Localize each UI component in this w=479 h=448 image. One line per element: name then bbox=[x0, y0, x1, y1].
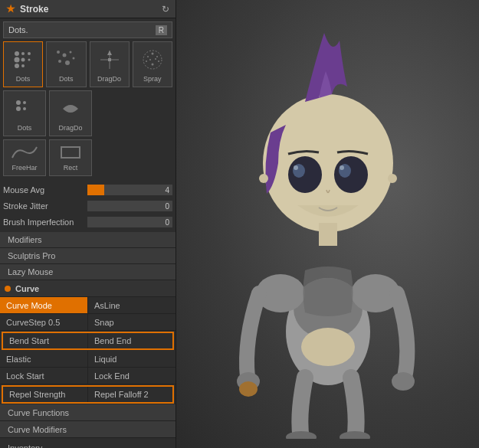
brush-item-dots[interactable]: Dots bbox=[3, 41, 43, 87]
svg-rect-28 bbox=[61, 147, 80, 158]
svg-point-37 bbox=[340, 165, 344, 170]
modifiers-btn[interactable]: Modifiers bbox=[0, 232, 176, 248]
curve-functions-btn[interactable]: Curve Functions bbox=[0, 404, 176, 421]
dots-b-preview bbox=[11, 95, 38, 123]
bend-start-btn[interactable]: Bend Start bbox=[3, 333, 88, 348]
curve-section: Curve Curve Mode AsLine CurveStep 0.5 Sn… bbox=[0, 280, 176, 438]
mouse-avg-fill bbox=[87, 185, 104, 195]
svg-point-10 bbox=[70, 51, 72, 54]
brush-row-1: Dots Dots bbox=[3, 41, 172, 87]
svg-point-17 bbox=[151, 53, 153, 55]
curve-row-mode: Curve Mode AsLine bbox=[0, 297, 176, 314]
brush-item-spray[interactable]: Spray bbox=[133, 41, 172, 87]
brush-row-3: FreeHar Rect bbox=[3, 139, 172, 176]
brush-name-dots-b: Dots bbox=[18, 124, 32, 132]
repel-falloff-btn[interactable]: Repel Falloff 2 bbox=[88, 387, 172, 402]
lazy-mouse-btn[interactable]: Lazy Mouse bbox=[0, 264, 176, 280]
sliders-section: Mouse Avg 4 Stroke Jitter 0 Brush Imperf… bbox=[0, 181, 176, 232]
brush-item-dots2[interactable]: Dots bbox=[46, 41, 86, 87]
svg-point-3 bbox=[15, 57, 20, 63]
slider-row-brush-imperfection: Brush Imperfection 0 bbox=[3, 214, 172, 230]
dots-label: Dots. bbox=[8, 25, 28, 34]
slider-row-stroke-jitter: Stroke Jitter 0 bbox=[3, 198, 172, 214]
mouse-avg-track[interactable]: 4 bbox=[87, 185, 172, 195]
svg-point-36 bbox=[294, 165, 298, 170]
curve-label: Curve bbox=[15, 284, 39, 293]
curve-dot bbox=[5, 286, 11, 292]
svg-point-8 bbox=[57, 51, 60, 54]
svg-point-16 bbox=[147, 56, 149, 57]
svg-rect-38 bbox=[319, 223, 337, 246]
svg-point-46 bbox=[301, 328, 355, 366]
svg-point-44 bbox=[286, 431, 317, 439]
brush-name-dots2: Dots bbox=[59, 75, 74, 83]
stroke-jitter-value: 0 bbox=[165, 202, 169, 211]
liquid-btn[interactable]: Liquid bbox=[88, 351, 176, 367]
brush-item-dots-b[interactable]: Dots bbox=[3, 90, 46, 136]
sculptris-pro-btn[interactable]: Sculptris Pro bbox=[0, 248, 176, 264]
bend-end-btn[interactable]: Bend End bbox=[88, 333, 172, 348]
svg-point-33 bbox=[334, 156, 368, 193]
panel-title: Stroke bbox=[20, 4, 157, 15]
svg-rect-14 bbox=[108, 58, 111, 61]
svg-point-43 bbox=[239, 381, 258, 397]
curvestep-btn[interactable]: CurveStep 0.5 bbox=[0, 314, 88, 330]
brush-name-spray: Spray bbox=[143, 75, 162, 83]
brush-item-freehar[interactable]: FreeHar bbox=[3, 139, 46, 176]
stroke-jitter-track[interactable]: 0 bbox=[87, 201, 172, 211]
left-panel: ★ Stroke ↻ Dots. R bbox=[0, 0, 176, 448]
svg-point-32 bbox=[288, 156, 322, 193]
elastic-btn[interactable]: Elastic bbox=[0, 351, 88, 367]
lock-start-btn[interactable]: Lock Start bbox=[0, 368, 88, 384]
brush-name-freehar: FreeHar bbox=[11, 164, 37, 172]
current-brush-label[interactable]: Dots. R bbox=[3, 21, 172, 38]
brush-name-dragdo: DragDo bbox=[97, 75, 121, 83]
brush-item-dragdo[interactable]: DragDo bbox=[90, 41, 130, 87]
character-area bbox=[176, 0, 479, 448]
svg-point-24 bbox=[16, 100, 21, 105]
svg-point-11 bbox=[58, 60, 61, 63]
brush-item-dragdo-b[interactable]: DragDo bbox=[49, 90, 92, 136]
brush-imperfection-value: 0 bbox=[165, 218, 169, 227]
bottom-items: Inventory Curves Helper bbox=[0, 440, 176, 448]
svg-point-0 bbox=[15, 51, 19, 56]
svg-point-23 bbox=[155, 58, 156, 60]
asline-btn[interactable]: AsLine bbox=[88, 297, 176, 313]
curve-row-lock: Lock Start Lock End bbox=[0, 368, 176, 384]
svg-point-25 bbox=[23, 101, 26, 104]
stroke-icon: ★ bbox=[6, 3, 15, 15]
repel-row: Repel Strength Repel Falloff 2 bbox=[2, 385, 174, 404]
svg-point-12 bbox=[65, 60, 70, 65]
brush-item-rect[interactable]: Rect bbox=[49, 139, 92, 176]
inventory-btn[interactable]: Inventory bbox=[0, 440, 176, 448]
rect-preview bbox=[58, 144, 83, 162]
curve-modifiers-btn[interactable]: Curve Modifiers bbox=[0, 421, 176, 438]
snap-btn[interactable]: Snap bbox=[88, 314, 176, 330]
svg-point-47 bbox=[259, 174, 268, 183]
svg-point-6 bbox=[15, 64, 19, 68]
lock-end-btn[interactable]: Lock End bbox=[88, 368, 176, 384]
svg-point-22 bbox=[149, 59, 151, 60]
brush-row-2: Dots DragDo bbox=[3, 90, 172, 136]
curve-header: Curve bbox=[0, 280, 176, 297]
svg-point-4 bbox=[21, 58, 25, 62]
slider-row-mouse-avg: Mouse Avg 4 bbox=[3, 182, 172, 198]
brush-imperfection-label: Brush Imperfection bbox=[3, 217, 87, 227]
svg-point-2 bbox=[28, 52, 31, 55]
dragdo-preview bbox=[96, 46, 123, 74]
brush-name-rect: Rect bbox=[64, 164, 78, 172]
viewport bbox=[176, 0, 479, 448]
panel-header: ★ Stroke ↻ bbox=[0, 0, 176, 18]
curve-mode-btn[interactable]: Curve Mode bbox=[0, 297, 88, 313]
repel-strength-btn[interactable]: Repel Strength bbox=[3, 387, 88, 402]
refresh-icon[interactable]: ↻ bbox=[162, 4, 169, 15]
svg-point-45 bbox=[340, 431, 370, 439]
brush-imperfection-track[interactable]: 0 bbox=[87, 217, 172, 227]
svg-point-7 bbox=[21, 64, 25, 67]
curve-row-step: CurveStep 0.5 Snap bbox=[0, 314, 176, 331]
svg-point-27 bbox=[23, 107, 26, 110]
brush-name-dots: Dots bbox=[16, 75, 31, 83]
svg-point-18 bbox=[156, 56, 158, 57]
bend-row: Bend Start Bend End bbox=[2, 332, 174, 350]
mouse-avg-value: 4 bbox=[165, 186, 169, 195]
